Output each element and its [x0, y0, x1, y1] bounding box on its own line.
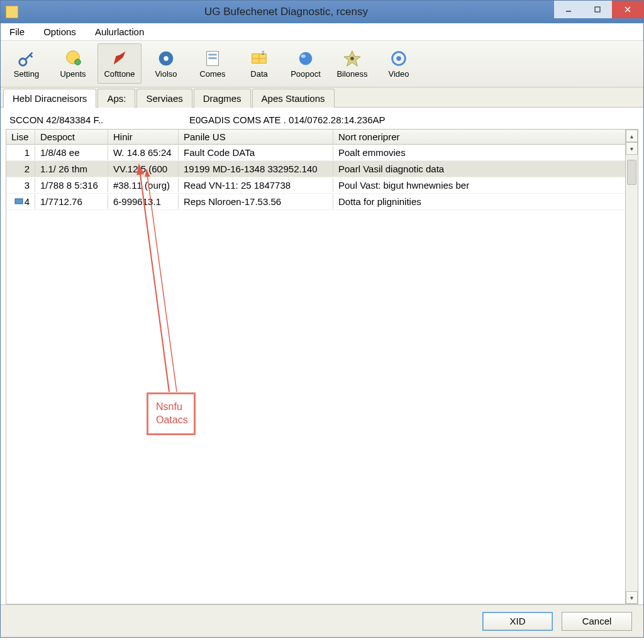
cell-hinir: W. 14.8 65:24: [108, 145, 179, 160]
svg-rect-13: [208, 53, 216, 55]
maximize-icon: [594, 6, 601, 13]
tab-3[interactable]: Dragmes: [194, 89, 251, 108]
tab-2[interactable]: Serviaes: [136, 89, 192, 108]
table-icon: 2: [249, 49, 269, 68]
toolbar-comes[interactable]: Comes: [191, 43, 235, 84]
scrollbar-vertical[interactable]: ▴ ▾ ▾: [625, 130, 638, 604]
disc-icon: [156, 49, 176, 68]
form-icon: [203, 49, 223, 68]
cell-nort: Poarl Vasil diagnotic data: [333, 162, 625, 176]
scroll-marker-button[interactable]: ▾: [626, 142, 638, 155]
cell-lise: 2: [6, 162, 35, 176]
cell-nort: Poalt emmovies: [333, 145, 625, 160]
tab-0[interactable]: Hebl Diracneisors: [3, 89, 96, 108]
svg-point-20: [301, 54, 306, 58]
key-icon: [16, 49, 36, 68]
toolbar-label: Data: [250, 69, 267, 79]
pen-icon: [109, 49, 130, 68]
toolbar-cofttone[interactable]: Cofttone: [97, 43, 142, 84]
svg-point-8: [75, 58, 80, 64]
toolbar-violso[interactable]: Violso: [144, 43, 188, 84]
pen-icon: [109, 49, 130, 68]
tab-row: Hebl DiracneisorsAps:ServiaesDragmesApes…: [1, 87, 643, 108]
cell-despoct: 1/7712.76: [35, 194, 108, 209]
content-pane: SCCON 42/843384 F.. E0GADIS COMS ATE . 0…: [1, 108, 643, 604]
cell-hinir: #38.11 (ourg): [108, 178, 179, 192]
toolbar-video[interactable]: Video: [377, 43, 421, 84]
toolbar-label: Biloness: [336, 69, 367, 79]
table-row[interactable]: 11/8/48 eeW. 14.8 65:24Fault Code DATaPo…: [6, 145, 625, 161]
cell-lise: 3: [6, 178, 35, 192]
xid-button[interactable]: XID: [482, 612, 553, 631]
toolbar-label: Video: [388, 69, 409, 79]
cell-panile: Read VN-11: 25 1847738: [179, 178, 333, 192]
cell-despoct: 1/8/48 ee: [35, 145, 108, 160]
globe-icon: [63, 49, 83, 68]
minimize-icon: [565, 6, 572, 13]
toolbar-label: Cofttone: [104, 69, 135, 79]
ball-icon: [296, 49, 316, 68]
toolbar-label: Setting: [14, 69, 39, 79]
toolbar-label: Upents: [60, 69, 86, 79]
scroll-track[interactable]: [626, 155, 638, 591]
table-icon: 2: [249, 49, 269, 68]
app-window: UG Bufechenet Diagnostic, rcensy File Op…: [0, 0, 644, 638]
cell-despoct: 1/788 8 5:316: [35, 178, 108, 192]
star-icon: [342, 49, 362, 68]
scroll-down-button[interactable]: ▾: [626, 591, 638, 604]
globe-icon: [63, 49, 83, 68]
row-icon: [14, 196, 23, 204]
cell-nort: Dotta for pligninities: [333, 194, 625, 209]
tab-4[interactable]: Apes Stautions: [252, 89, 335, 108]
toolbar-setting[interactable]: Setting: [4, 43, 48, 84]
col-header-despoct[interactable]: Despoct: [35, 130, 108, 144]
lens-icon: [389, 49, 409, 68]
disc-icon: [156, 49, 176, 68]
svg-point-24: [396, 56, 401, 61]
data-grid: Lise Despoct Hinir Panile US Nort roneri…: [6, 129, 638, 604]
maximize-button[interactable]: [583, 1, 612, 18]
cancel-button[interactable]: Cancel: [562, 612, 632, 631]
toolbar-label: Poopoct: [291, 69, 321, 79]
col-header-panile[interactable]: Panile US: [179, 130, 333, 144]
tab-1[interactable]: Aps:: [97, 89, 135, 108]
toolbar-upents[interactable]: Upents: [51, 43, 95, 84]
form-icon: [203, 49, 223, 68]
cell-panile: Fault Code DATa: [179, 145, 333, 160]
table-row[interactable]: 21.1/ 26 thmVV.12.5 (60019199 MD-16-1348…: [6, 161, 625, 177]
menu-options[interactable]: Options: [40, 25, 80, 38]
cell-lise: 1: [6, 145, 35, 160]
svg-line-6: [30, 55, 33, 57]
table-row[interactable]: 41/7712.766-999613.1Reps Nloroen-17.53.5…: [6, 194, 625, 210]
minimize-button[interactable]: [554, 1, 583, 18]
cell-despoct: 1.1/ 26 thm: [35, 162, 108, 176]
svg-rect-25: [15, 199, 23, 204]
col-header-nort[interactable]: Nort roneriprer: [333, 130, 625, 144]
titlebar: UG Bufechenet Diagnostic, rcensy: [1, 1, 643, 23]
status-line: SCCON 42/843384 F.. E0GADIS COMS ATE . 0…: [6, 112, 638, 128]
svg-marker-9: [114, 51, 126, 64]
col-header-hinir[interactable]: Hinir: [108, 130, 179, 144]
svg-rect-14: [208, 57, 216, 59]
cell-nort: Poul Vast: bigut hwnewnies ber: [333, 178, 625, 192]
grid-header: Lise Despoct Hinir Panile US Nort roneri…: [6, 130, 625, 145]
toolbar-data[interactable]: 2Data: [237, 43, 281, 84]
svg-point-11: [164, 56, 169, 61]
app-icon: [6, 6, 18, 18]
star-icon: [342, 49, 362, 68]
toolbar-poopoct[interactable]: Poopoct: [284, 43, 328, 84]
col-header-lise[interactable]: Lise: [6, 130, 35, 144]
menu-file[interactable]: File: [6, 25, 28, 38]
grid-body: 11/8/48 eeW. 14.8 65:24Fault Code DATaPo…: [6, 145, 625, 604]
scroll-thumb[interactable]: [627, 160, 636, 185]
scroll-up-button[interactable]: ▴: [626, 130, 638, 142]
toolbar: SettingUpentsCofttoneViolsoComes2DataPoo…: [1, 41, 643, 87]
close-button[interactable]: [612, 1, 643, 18]
table-row[interactable]: 31/788 8 5:316#38.11 (ourg)Read VN-11: 2…: [6, 177, 625, 194]
status-left: SCCON 42/843384 F..: [9, 114, 189, 125]
button-bar: XID Cancel: [1, 604, 643, 637]
menu-aulurlaction[interactable]: Aulurlaction: [91, 25, 148, 38]
toolbar-biloness[interactable]: Biloness: [330, 43, 374, 84]
toolbar-label: Comes: [199, 69, 225, 79]
ball-icon: [296, 49, 316, 68]
